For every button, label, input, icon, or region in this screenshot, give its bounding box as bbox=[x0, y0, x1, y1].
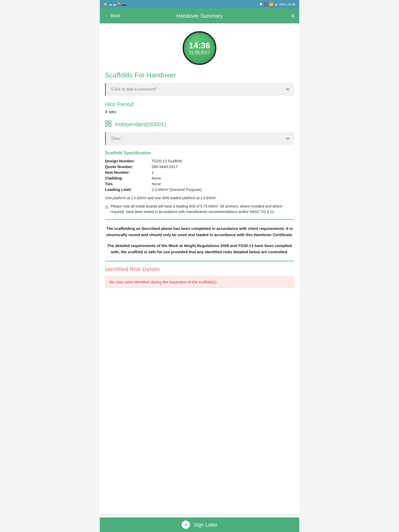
spec-val-cladding: None bbox=[152, 176, 161, 180]
cert-text-2: The detailed requirements of the Work at… bbox=[105, 243, 294, 255]
spec-heading: Scaffold Specification bbox=[105, 150, 294, 156]
time-label: 14:36 bbox=[287, 2, 296, 6]
spec-row-quote: Quote Number: DM-3449-2017 bbox=[105, 164, 294, 169]
warning-icon: ⚠ bbox=[105, 204, 109, 215]
clock-time: 14:36 bbox=[189, 41, 210, 50]
desc-edit-icon[interactable]: ✏ bbox=[286, 136, 290, 142]
status-bar: 🔔 ☁ ☁ 📦 📷 ✱ 🔇 📶 ▲ 92% 14:36 bbox=[100, 0, 299, 8]
edit-icon[interactable]: ✏ bbox=[286, 87, 290, 92]
spec-row-item: Item Number: 1 bbox=[105, 170, 294, 175]
spec-table: Design Number: TG20:13 Scaffold Quote Nu… bbox=[105, 159, 294, 192]
svg-rect-0 bbox=[105, 121, 108, 123]
spec-row-cladding: Cladding: None bbox=[105, 176, 294, 180]
comment-placeholder: “Click to add a comment!” bbox=[110, 87, 157, 92]
scaffold-name: Independent(00001) bbox=[115, 121, 166, 128]
signal-icon: ▲ bbox=[275, 2, 278, 6]
spec-row-ties: Ties None bbox=[105, 182, 294, 186]
bluetooth-icon: ✱ bbox=[260, 2, 262, 6]
risk-box: No risks were identified during the insp… bbox=[105, 276, 294, 288]
warning-box: ⚠ Please note all inside boards will hav… bbox=[105, 204, 294, 215]
svg-rect-3 bbox=[109, 124, 111, 127]
spec-val-quote: DM-3449-2017 bbox=[152, 164, 178, 169]
wifi-icon: 📶 bbox=[269, 2, 273, 6]
svg-rect-2 bbox=[105, 124, 108, 127]
clock-container: 14:36 31.03.2017 bbox=[105, 31, 294, 65]
risk-heading: Identified Risk Details bbox=[105, 266, 294, 273]
status-bar-left: 🔔 ☁ ☁ 📦 📷 bbox=[103, 2, 126, 6]
spec-val-ties: None bbox=[152, 182, 161, 186]
cert-text-1: The scaffolding as described above has b… bbox=[105, 225, 294, 238]
main-content: 14:36 31.03.2017 Scaffolds For Handover … bbox=[100, 23, 299, 514]
spec-key-ties: Ties bbox=[105, 182, 152, 186]
status-icons: 🔔 ☁ ☁ 📦 📷 bbox=[103, 2, 126, 6]
scaffold-type-icon bbox=[105, 120, 112, 129]
spec-val-design: TG20:13 Scaffold bbox=[152, 159, 182, 163]
hire-period-value: 4 wks bbox=[105, 109, 294, 115]
back-label: Back bbox=[110, 13, 120, 18]
spec-key-design: Design Number: bbox=[105, 159, 152, 163]
clock-circle: 14:36 31.03.2017 bbox=[183, 31, 216, 65]
desc-comment-box[interactable]: “Desc” ✏ bbox=[105, 132, 294, 145]
divider-bottom bbox=[105, 261, 294, 261]
spec-key-item: Item Number: bbox=[105, 170, 152, 175]
warning-text: Please note all inside boards will have … bbox=[111, 204, 294, 215]
spec-key-loading: Loading Limit: bbox=[105, 187, 152, 192]
svg-rect-1 bbox=[109, 121, 111, 123]
divider-top bbox=[105, 219, 294, 220]
page-title: Handover Summary bbox=[176, 13, 223, 19]
battery-label: 92% bbox=[279, 2, 286, 6]
certificate-section: The scaffolding as described above has b… bbox=[105, 223, 294, 257]
spec-row-design: Design Number: TG20:13 Scaffold bbox=[105, 159, 294, 163]
spec-key-quote: Quote Number: bbox=[105, 164, 152, 169]
spec-note: One platform at 2.0 kN/m² and one 50% lo… bbox=[105, 196, 294, 200]
scaffold-row: Independent(00001) bbox=[105, 120, 294, 129]
back-arrow-icon: ← bbox=[104, 13, 109, 18]
desc-placeholder: “Desc” bbox=[110, 136, 122, 141]
spec-val-loading: 2.0 kN/m² (General Purpose) bbox=[152, 187, 202, 192]
comment-box[interactable]: “Click to add a comment!” ✏ bbox=[105, 83, 294, 96]
spec-key-cladding: Cladding: bbox=[105, 176, 152, 180]
status-bar-right: ✱ 🔇 📶 ▲ 92% 14:36 bbox=[260, 2, 296, 6]
app-header: ← Back Handover Summary ≡ bbox=[100, 8, 299, 23]
main-heading: Scaffolds For Handover bbox=[105, 71, 294, 79]
spec-row-loading: Loading Limit: 2.0 kN/m² (General Purpos… bbox=[105, 187, 294, 192]
hire-period-label: Hire Period bbox=[105, 101, 294, 108]
spec-val-item: 1 bbox=[152, 170, 154, 175]
clock-date: 31.03.2017 bbox=[189, 50, 210, 55]
mute-icon: 🔇 bbox=[264, 2, 268, 6]
risk-text: No risks were identified during the insp… bbox=[109, 280, 218, 284]
back-button[interactable]: ← Back bbox=[104, 13, 120, 18]
menu-icon[interactable]: ≡ bbox=[291, 12, 295, 19]
